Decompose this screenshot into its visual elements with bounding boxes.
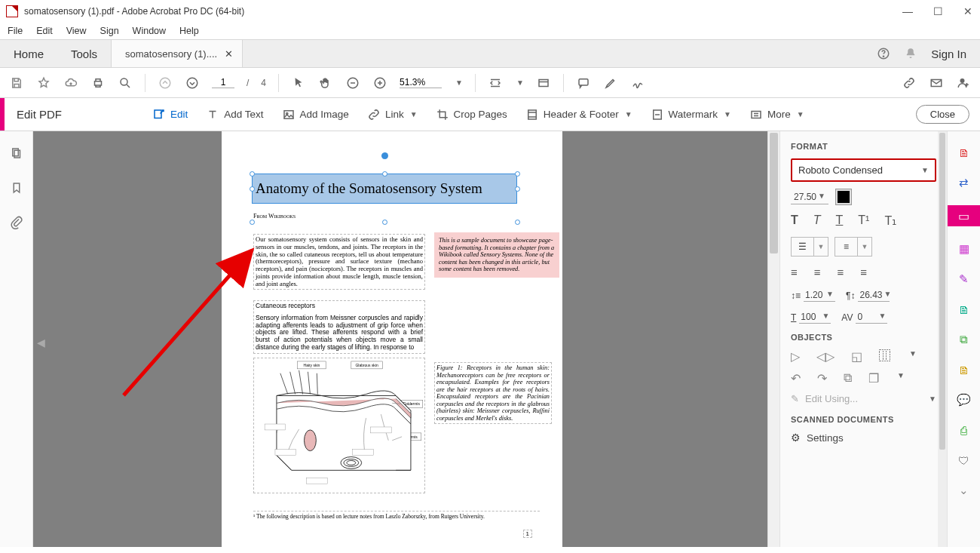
- attachment-icon[interactable]: [10, 216, 23, 229]
- fit-dropdown-icon[interactable]: ▼: [516, 78, 524, 87]
- menu-file[interactable]: File: [8, 26, 23, 36]
- redact-icon[interactable]: ⎙: [957, 422, 972, 438]
- page-paragraph-1[interactable]: Our somatosensory system consists of sen…: [253, 234, 425, 290]
- sign-icon[interactable]: [630, 75, 645, 91]
- figure-caption[interactable]: Figure 1: Receptors in the human skin: M…: [434, 362, 552, 424]
- create-pdf-icon[interactable]: 🗎: [957, 145, 972, 160]
- page-down-icon[interactable]: [185, 75, 200, 91]
- link-button[interactable]: Link▼: [367, 108, 418, 121]
- pdf-page[interactable]: Anatomy of the Somatosensory System From…: [222, 131, 562, 547]
- sign-in-button[interactable]: Sign In: [931, 48, 966, 60]
- handle-tr[interactable]: [515, 171, 520, 177]
- rotate-ccw-icon[interactable]: ↶: [791, 371, 801, 386]
- menu-edit[interactable]: Edit: [36, 26, 53, 36]
- edit-button[interactable]: Edit: [152, 108, 188, 121]
- page-column-1b[interactable]: Cutaneous receptors Sensory information …: [253, 300, 425, 354]
- doc-scrollbar[interactable]: [767, 131, 779, 547]
- fit-width-icon[interactable]: [488, 75, 503, 91]
- handle-bl[interactable]: [250, 220, 255, 225]
- arrange-icon[interactable]: ⿲: [879, 349, 891, 364]
- close-window-button[interactable]: ✕: [962, 5, 974, 17]
- organize-icon[interactable]: ⧉: [957, 332, 972, 347]
- search-icon[interactable]: [118, 75, 133, 91]
- handle-br[interactable]: [515, 220, 520, 225]
- bullet-list-button[interactable]: ☰▼: [791, 237, 828, 257]
- menu-view[interactable]: View: [66, 26, 87, 36]
- flip-v-icon[interactable]: ◁▷: [816, 349, 835, 364]
- zoom-input[interactable]: [400, 77, 442, 88]
- print-icon[interactable]: [90, 75, 106, 91]
- watermark-button[interactable]: Watermark▼: [651, 108, 731, 121]
- settings-button[interactable]: ⚙Settings: [791, 432, 936, 444]
- fill-sign-icon[interactable]: 💬: [957, 392, 972, 407]
- cloud-upload-icon[interactable]: [63, 75, 78, 91]
- handle-mr[interactable]: [515, 186, 520, 192]
- tracking-input[interactable]: AV0▼: [841, 311, 887, 324]
- tab-close-icon[interactable]: ✕: [225, 48, 233, 60]
- more-button[interactable]: More▼: [749, 108, 804, 121]
- handle-tl[interactable]: [250, 171, 255, 177]
- share-link-icon[interactable]: [902, 75, 917, 91]
- help-icon[interactable]: [877, 47, 890, 60]
- font-family-select[interactable]: Roboto Condensed▼: [791, 158, 936, 182]
- star-icon[interactable]: [36, 75, 51, 91]
- tab-home[interactable]: Home: [0, 40, 57, 67]
- header-footer-button[interactable]: Header & Footer▼: [525, 108, 632, 121]
- read-mode-icon[interactable]: [536, 75, 551, 91]
- subscript-button[interactable]: T₁: [884, 214, 896, 228]
- crop-object-icon[interactable]: ◱: [851, 349, 862, 364]
- align-left-button[interactable]: ≡: [791, 266, 798, 278]
- zoom-out-icon[interactable]: [345, 75, 360, 91]
- group-icon[interactable]: ❐: [868, 371, 879, 386]
- comment-rail-icon[interactable]: ✎: [957, 272, 972, 287]
- page-footnote[interactable]: ¹ The following description is based on …: [253, 511, 540, 520]
- bold-button[interactable]: T: [791, 214, 798, 228]
- tab-document[interactable]: somatosensory (1).... ✕: [111, 40, 243, 67]
- bookmark-icon[interactable]: [10, 181, 23, 195]
- align-justify-button[interactable]: ≡: [860, 266, 867, 278]
- numbered-list-button[interactable]: ≡▼: [835, 237, 872, 257]
- align-right-button[interactable]: ≡: [838, 266, 844, 278]
- panel-scrollbar[interactable]: [938, 131, 947, 547]
- font-size-input[interactable]: 27.50▼: [791, 190, 828, 204]
- replace-image-icon[interactable]: ⧉: [844, 371, 852, 386]
- add-text-button[interactable]: Add Text: [206, 108, 263, 121]
- pointer-icon[interactable]: [291, 75, 306, 91]
- menu-window[interactable]: Window: [133, 26, 166, 36]
- handle-bm[interactable]: [382, 220, 387, 225]
- crop-button[interactable]: Crop Pages: [436, 108, 507, 121]
- skin-figure[interactable]: Hairy skin Glabrous skin Epidermis Dermi…: [253, 358, 425, 493]
- rotate-cw-icon[interactable]: ↷: [817, 371, 827, 386]
- menu-help[interactable]: Help: [179, 26, 199, 36]
- line-spacing-input[interactable]: ↕≡1.20▼: [791, 289, 835, 302]
- zoom-in-icon[interactable]: [372, 75, 387, 91]
- paragraph-spacing-input[interactable]: ¶↕26.43▼: [846, 289, 890, 302]
- edit-pdf-rail-active[interactable]: ▭: [948, 205, 981, 226]
- rotation-handle[interactable]: [381, 152, 388, 159]
- menu-sign[interactable]: Sign: [100, 26, 119, 36]
- highlight-icon[interactable]: [603, 75, 618, 91]
- align-center-button[interactable]: ≡: [814, 266, 821, 278]
- compress-icon[interactable]: 🗎: [957, 362, 972, 377]
- page-callout-box[interactable]: This is a sample document to showcase pa…: [434, 232, 559, 278]
- handle-tm[interactable]: [382, 171, 387, 177]
- edit-using-dropdown[interactable]: ✎Edit Using...▼: [791, 393, 936, 404]
- thumbnails-icon[interactable]: [10, 146, 23, 160]
- italic-button[interactable]: T: [813, 214, 821, 228]
- more-tools-icon[interactable]: ⌄: [957, 483, 972, 498]
- minimize-button[interactable]: —: [902, 5, 914, 17]
- spreadsheet-icon[interactable]: ▦: [957, 241, 972, 257]
- page-up-icon[interactable]: [158, 75, 173, 91]
- maximize-button[interactable]: ☐: [932, 5, 944, 17]
- handle-ml[interactable]: [250, 186, 255, 192]
- underline-button[interactable]: T: [836, 214, 844, 228]
- zoom-dropdown-icon[interactable]: ▼: [455, 78, 463, 87]
- close-editbar-button[interactable]: Close: [916, 105, 969, 124]
- page-number-input[interactable]: [212, 77, 234, 88]
- share-people-icon[interactable]: [956, 75, 971, 91]
- font-color-swatch[interactable]: [836, 189, 851, 204]
- hscale-input[interactable]: T100▼: [791, 311, 831, 324]
- hand-icon[interactable]: [318, 75, 333, 91]
- bell-icon[interactable]: [904, 47, 917, 60]
- combine-icon[interactable]: 🗎: [957, 302, 972, 317]
